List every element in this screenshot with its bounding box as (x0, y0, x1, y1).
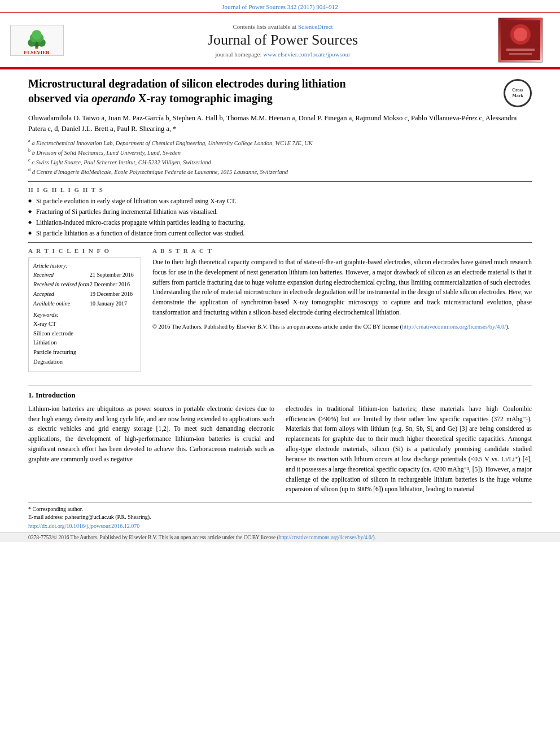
section-divider-1 (28, 181, 532, 182)
highlights-section: H I G H L I G H T S Si particle evolutio… (28, 186, 532, 238)
online-date: 10 January 2017 (90, 299, 127, 308)
introduction-heading: 1. Introduction (28, 391, 532, 400)
revised-label: Received in revised form (33, 279, 90, 289)
red-divider (0, 68, 560, 69)
contents-available: Contents lists available at ScienceDirec… (68, 23, 498, 30)
sciencedirect-link[interactable]: ScienceDirect (298, 23, 333, 30)
article-body: Microstructural degradation of silicon e… (0, 76, 560, 529)
accepted-row: Accepted 19 December 2016 (33, 289, 136, 299)
intro-left-col: Lithium-ion batteries are ubiquitous as … (28, 404, 274, 495)
email-person: (P.R. Shearing). (115, 514, 151, 520)
bottom-license-link[interactable]: http://creativecommons.org/licenses/by/4… (279, 535, 373, 540)
cc-license-link[interactable]: http://creativecommons.org/licenses/by/4… (402, 324, 506, 330)
footnote-section: * Corresponding author. E-mail address: … (28, 503, 532, 529)
journal-header: ELSEVIER Contents lists available at Sci… (0, 12, 560, 68)
journal-cover-image (498, 18, 543, 63)
doi-link[interactable]: http://dx.doi.org/10.1016/j.jpowsour.201… (28, 523, 139, 529)
highlight-item-1: Si particle evolution in early stage of … (28, 196, 532, 206)
section-divider-2 (28, 242, 532, 243)
affiliations: a a Electrochemical Innovation Lab, Depa… (28, 138, 532, 177)
online-label: Available online (33, 299, 90, 308)
journal-header-center: Contents lists available at ScienceDirec… (68, 23, 498, 58)
article-title: Microstructural degradation of silicon e… (28, 76, 504, 106)
svg-point-9 (514, 28, 527, 41)
doi-line: http://dx.doi.org/10.1016/j.jpowsour.201… (28, 523, 532, 529)
abstract-copyright: © 2016 The Authors. Published by Elsevie… (152, 322, 532, 331)
affiliation-c: c c Swiss Light Source, Paul Scherrer In… (28, 157, 532, 167)
journal-info-top: Journal of Power Sources 342 (2017) 904–… (0, 0, 560, 12)
article-info-title: A R T I C L E I N F O (28, 247, 141, 254)
received-label: Received (33, 270, 90, 279)
keyword-4: Particle fracturing (33, 348, 136, 357)
journal-citation: Journal of Power Sources 342 (2017) 904–… (222, 3, 338, 10)
history-label: Article history: (33, 263, 136, 269)
received-row: Received 21 September 2016 (33, 270, 136, 279)
received-date: 21 September 2016 (90, 270, 134, 279)
keywords-label: Keywords: (33, 312, 136, 318)
keywords-section: Keywords: X-ray CT Silicon electrode Lit… (33, 312, 136, 367)
abstract-col: A B S T R A C T Due to their high theore… (152, 247, 532, 378)
corresponding-note: * Corresponding author. (28, 506, 532, 512)
introduction-section: 1. Introduction Lithium-ion batteries ar… (28, 386, 532, 495)
intro-right-col: electrodes in traditional lithium-ion ba… (286, 404, 532, 495)
online-row: Available online 10 January 2017 (33, 299, 136, 308)
svg-rect-10 (506, 49, 535, 51)
article-title-section: Microstructural degradation of silicon e… (28, 76, 532, 107)
elsevier-logo-section: ELSEVIER (6, 25, 68, 56)
article-info-box: Article history: Received 21 September 2… (28, 257, 141, 372)
affiliation-d: d d Centre d'Imagerie BioMedicale, Ecole… (28, 167, 532, 176)
affiliation-b: b b Division of Solid Mechanics, Lund Un… (28, 147, 532, 157)
accepted-date: 19 December 2016 (90, 289, 133, 299)
authors: Oluwadamilola O. Taiwo a, Juan M. Paz-Ga… (28, 113, 532, 134)
keyword-3: Lithiation (33, 338, 136, 348)
highlight-item-4: Si particle lithiation as a function of … (28, 229, 532, 238)
elsevier-tree-svg (17, 30, 56, 50)
email-link[interactable]: p.shearing@ucl.ac.uk (65, 514, 114, 520)
accepted-label: Accepted (33, 289, 90, 299)
keyword-2: Silicon electrode (33, 329, 136, 339)
highlights-title: H I G H L I G H T S (28, 186, 532, 193)
elsevier-logo: ELSEVIER (10, 25, 64, 56)
svg-point-6 (32, 30, 42, 40)
journal-homepage: journal homepage: www.elsevier.com/locat… (68, 51, 498, 58)
svg-rect-11 (509, 53, 532, 55)
keyword-5: Degradation (33, 357, 136, 367)
journal-cover-svg (501, 20, 540, 60)
keyword-1: X-ray CT (33, 320, 136, 329)
journal-title: Journal of Power Sources (68, 32, 498, 49)
article-info-abstract: A R T I C L E I N F O Article history: R… (28, 247, 532, 378)
article-info-col: A R T I C L E I N F O Article history: R… (28, 247, 141, 378)
abstract-text: Due to their high theoretical capacity c… (152, 257, 532, 318)
article-dates: Received 21 September 2016 Received in r… (33, 270, 136, 308)
elsevier-text: ELSEVIER (24, 50, 50, 55)
revised-date: 2 December 2016 (90, 279, 130, 289)
highlight-item-2: Fracturing of Si particles during increm… (28, 207, 532, 216)
affiliation-a: a a Electrochemical Innovation Lab, Depa… (28, 138, 532, 147)
email-line: E-mail address: p.shearing@ucl.ac.uk (P.… (28, 514, 532, 520)
page: Journal of Power Sources 342 (2017) 904–… (0, 0, 560, 747)
highlight-item-3: Lithiation-induced micro-cracks propagat… (28, 218, 532, 227)
bottom-bar: 0378-7753/© 2016 The Authors. Published … (0, 532, 560, 542)
abstract-title: A B S T R A C T (152, 247, 532, 254)
revised-row: Received in revised form 2 December 2016 (33, 279, 136, 289)
journal-homepage-link[interactable]: www.elsevier.com/locate/jpowsour (263, 51, 350, 58)
introduction-columns: Lithium-ion batteries are ubiquitous as … (28, 404, 532, 495)
crossmark-badge: CrossMark (504, 79, 532, 107)
